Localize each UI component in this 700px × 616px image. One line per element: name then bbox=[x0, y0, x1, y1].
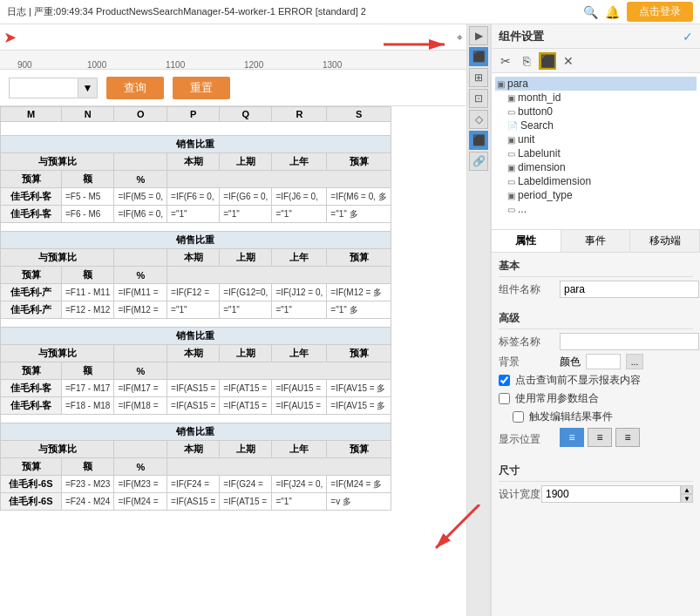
search-icon[interactable]: 🔍 bbox=[583, 5, 598, 19]
main-layout: ➤ ⌖ 900 1000 1100 1200 1300 ▼ 查询 重置 bbox=[0, 24, 700, 616]
tree-item-icon: 📄 bbox=[507, 121, 518, 131]
vs-budget-header: 与预算比 bbox=[1, 153, 114, 171]
side-btn-1[interactable]: ▶ bbox=[469, 26, 488, 45]
top-bar: 日志 | 严重:09:49:34 ProductNewsSearchManage… bbox=[0, 0, 700, 24]
tree-item-icon: ▣ bbox=[507, 93, 515, 103]
panel-tabs: 属性 事件 移动端 bbox=[492, 230, 700, 253]
last-period-header: 上期 bbox=[220, 153, 272, 171]
delete-icon[interactable]: ✕ bbox=[560, 52, 577, 70]
side-btn-6[interactable]: ⬛ bbox=[469, 131, 488, 150]
formula-cell: =F23 - M23 bbox=[62, 476, 114, 493]
current-period-header: 本期 bbox=[167, 153, 220, 171]
copy-icon[interactable]: ⎘ bbox=[518, 52, 535, 70]
spinner-down[interactable]: ▼ bbox=[681, 494, 693, 503]
formula-cell: ="1" 多 bbox=[327, 301, 391, 319]
display-pos-center[interactable]: ≡ bbox=[588, 428, 612, 447]
color-swatch[interactable] bbox=[586, 354, 621, 369]
formula-cell: =F24 - M24 bbox=[62, 493, 114, 511]
budget-sub4: 预算 bbox=[1, 458, 62, 476]
checkbox1-label: 点击查询前不显示报表内容 bbox=[515, 373, 641, 388]
col-o: O bbox=[114, 107, 167, 122]
tree-item-label: button0 bbox=[518, 105, 553, 118]
formula-cell: ="1" bbox=[272, 493, 327, 511]
current-period-header4: 本期 bbox=[167, 441, 220, 458]
table-row: 佳毛利-客 =F18 - M18 =IF(M18 = =IF(AS15 = =I… bbox=[1, 397, 391, 415]
tree-item-month_id[interactable]: ▣ month_id bbox=[495, 91, 697, 105]
checkbox3[interactable] bbox=[513, 411, 524, 423]
reset-button[interactable]: 重置 bbox=[173, 77, 230, 99]
row-label: 佳毛利-客 bbox=[1, 206, 62, 223]
checkbox1[interactable] bbox=[499, 375, 510, 386]
tree-root[interactable]: ▣ para bbox=[495, 77, 697, 91]
tag-name-input[interactable] bbox=[560, 333, 699, 350]
tree-item-icon: ▭ bbox=[507, 205, 515, 214]
tree-item-search[interactable]: 📄 Search bbox=[495, 118, 697, 132]
row-label: 佳毛利-6S bbox=[1, 493, 62, 511]
tree-item-unit[interactable]: ▣ unit bbox=[495, 132, 697, 146]
formula-cell: =IF(J6 = 0, bbox=[272, 188, 327, 206]
side-btn-7[interactable]: 🔗 bbox=[469, 152, 488, 171]
component-name-row: 组件名称 bbox=[499, 281, 693, 298]
col-r: R bbox=[272, 107, 327, 122]
tab-mobile[interactable]: 移动端 bbox=[630, 230, 700, 252]
query-bar: ▼ 查询 重置 bbox=[0, 70, 466, 106]
budget-header: 预算 bbox=[327, 153, 391, 171]
tree-item-dimension[interactable]: ▣ dimension bbox=[495, 160, 697, 174]
row-label: 佳毛利-客 bbox=[1, 397, 62, 415]
table-row: 佳毛利-客 =F6 - M6 =IF(M6 = 0, ="1" ="1" ="1… bbox=[1, 206, 391, 223]
formula-cell: ="1" bbox=[167, 206, 220, 223]
color-label: 颜色 bbox=[560, 355, 581, 369]
percent-sub4: % bbox=[114, 458, 167, 476]
last-period-header2: 上期 bbox=[220, 249, 272, 267]
tree-item-labeldimension[interactable]: ▭ Labeldimension bbox=[495, 174, 697, 188]
checkbox2[interactable] bbox=[499, 393, 510, 404]
tab-events[interactable]: 事件 bbox=[561, 230, 631, 252]
side-btn-3[interactable]: ⊞ bbox=[469, 68, 488, 87]
tree-item-icon: ▣ bbox=[507, 163, 515, 173]
query-input[interactable] bbox=[9, 78, 78, 98]
display-pos-row: 显示位置 ≡ ≡ ≡ bbox=[499, 428, 693, 450]
tree-item-icon: ▭ bbox=[507, 177, 515, 186]
row-label: 佳毛利-客 bbox=[1, 188, 62, 206]
tree-item-labelunit[interactable]: ▭ Labelunit bbox=[495, 146, 697, 160]
display-pos-left[interactable]: ≡ bbox=[560, 428, 584, 447]
display-pos-right[interactable]: ≡ bbox=[615, 428, 640, 447]
cut-icon[interactable]: ✂ bbox=[497, 52, 514, 70]
size-title: 尺寸 bbox=[499, 461, 693, 482]
ruler-mark-1000: 1000 bbox=[87, 60, 106, 70]
table-row: 佳毛利-6S =F23 - M23 =IF(M23 = =IF(F24 = =I… bbox=[1, 476, 391, 493]
tree-item-button0[interactable]: ▭ button0 bbox=[495, 105, 697, 118]
tree-item-label: dimension bbox=[518, 161, 566, 173]
tab-properties[interactable]: 属性 bbox=[492, 230, 561, 252]
design-width-input[interactable] bbox=[541, 485, 681, 503]
confirm-icon[interactable]: ✓ bbox=[683, 30, 693, 44]
last-period-header4: 上期 bbox=[220, 441, 272, 458]
side-btn-2[interactable]: ⬛ bbox=[469, 47, 488, 66]
tree-item-more[interactable]: ▭ ... bbox=[495, 202, 697, 216]
budget-sub: 预算 bbox=[1, 171, 62, 188]
formula-cell: =IF(F6 = 0, bbox=[167, 188, 220, 206]
tree-item-label: Search bbox=[520, 119, 554, 132]
formula-cell: =IF(AU15 = bbox=[272, 380, 327, 397]
section-title-3: 销售比重 bbox=[1, 328, 391, 345]
paste-icon[interactable]: ⬛ bbox=[539, 52, 556, 70]
query-button[interactable]: 查询 bbox=[106, 77, 164, 99]
formula-cell: =F12 - M12 bbox=[62, 301, 114, 319]
formula-cell: =F18 - M18 bbox=[62, 397, 114, 415]
side-btn-4[interactable]: ⊡ bbox=[469, 89, 488, 108]
notification-icon[interactable]: 🔔 bbox=[605, 5, 620, 19]
top-bar-icons: 🔍 🔔 点击登录 bbox=[583, 2, 693, 22]
color-picker-btn[interactable]: ... bbox=[626, 354, 643, 369]
formula-cell: =IF(M24 = 多 bbox=[327, 476, 391, 493]
spinner-up[interactable]: ▲ bbox=[681, 485, 693, 494]
table-area[interactable]: M N O P Q R S 销售比重 与预算比 bbox=[0, 106, 466, 616]
table-row: 佳毛利-产 =F11 - M11 =IF(M11 = =IF(F12 = =IF… bbox=[1, 284, 391, 301]
formula-cell: =IF(F24 = bbox=[167, 476, 220, 493]
query-dropdown[interactable]: ▼ bbox=[78, 78, 98, 98]
tree-item-period_type[interactable]: ▣ period_type bbox=[495, 188, 697, 202]
login-button[interactable]: 点击登录 bbox=[627, 2, 693, 22]
tree-item-icon: ▭ bbox=[507, 107, 515, 117]
component-name-input[interactable] bbox=[560, 281, 699, 298]
formula-cell: =IF(M17 = bbox=[114, 380, 167, 397]
side-btn-5[interactable]: ◇ bbox=[469, 110, 488, 129]
